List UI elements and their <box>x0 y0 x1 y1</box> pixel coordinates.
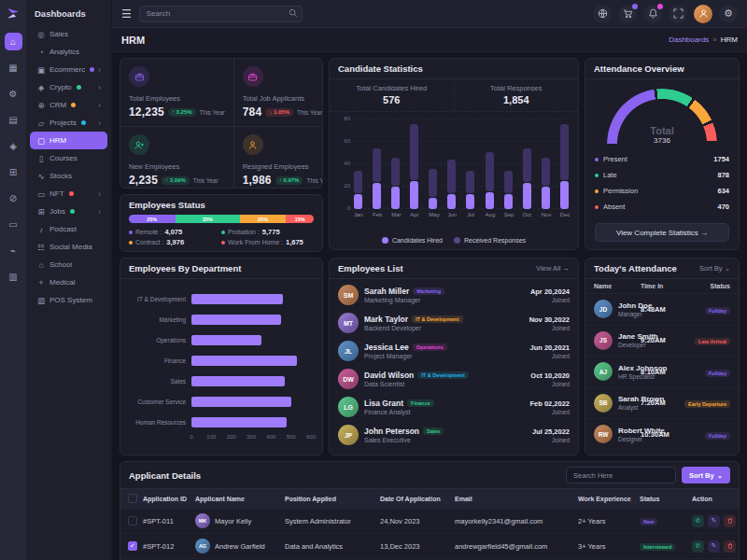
dept-bar[interactable] <box>191 417 287 427</box>
settings-gear-icon[interactable]: ⚙ <box>5 85 22 103</box>
search-input[interactable] <box>139 6 303 22</box>
sidebar-item-label: Stocks <box>49 172 72 180</box>
applicant-table-header: Application ID Applicant Name Position A… <box>120 489 739 508</box>
sidebar-item-courses[interactable]: ▯Courses <box>30 149 107 167</box>
dept-bar[interactable] <box>191 315 281 325</box>
home-icon[interactable]: ⌂ <box>5 33 22 50</box>
employee-list-item[interactable]: LGLisa GrantFinanceFinance AnalystFeb 02… <box>338 393 570 421</box>
bar-may[interactable] <box>429 119 437 209</box>
sidebar-item-nft[interactable]: ▭NFT› <box>30 185 107 203</box>
language-icon[interactable] <box>593 5 612 23</box>
employee-list-item[interactable]: MTMark TaylorIT & DevelopmentBackend Dev… <box>338 309 570 337</box>
sidebar-item-medical[interactable]: +Medical <box>30 273 107 291</box>
sidebar-item-ecommerce[interactable]: ▣Ecommerce› <box>30 61 107 78</box>
department-badge: Operations <box>413 343 447 351</box>
sidebar-item-sales[interactable]: ◎Sales <box>30 25 107 43</box>
bar-jan[interactable] <box>354 119 362 209</box>
employee-list-item[interactable]: DWDavid WilsonIT & DevelopmentData Scien… <box>338 365 570 393</box>
bar-sep[interactable] <box>504 119 513 209</box>
apps-icon[interactable]: ▦ <box>5 59 22 77</box>
cart-icon[interactable] <box>618 5 637 23</box>
sidebar-item-stocks[interactable]: ∿Stocks <box>30 167 107 185</box>
dept-bar[interactable] <box>191 356 297 366</box>
charts-icon[interactable]: ⌁ <box>5 242 22 259</box>
row-actions: ✆✎ <box>692 515 736 527</box>
utilities-icon[interactable]: ⊘ <box>5 189 22 207</box>
bar-nov[interactable] <box>542 119 550 209</box>
bar-oct[interactable] <box>523 119 531 209</box>
bar-jun[interactable] <box>447 119 456 209</box>
sidebar-item-podcast[interactable]: ♪Podcast <box>30 220 107 238</box>
sidebar-item-crm[interactable]: ⊕CRM› <box>30 96 107 114</box>
time-in: 8:10AM <box>641 368 676 376</box>
employee-list-item[interactable]: SMSarah MillerMarketingMarketing Manager… <box>338 281 570 309</box>
candidates-hired-bar <box>560 181 569 209</box>
employee-list-item[interactable]: JLJessica LeeOperationsProject ManagerJu… <box>338 337 570 365</box>
bar-mar[interactable] <box>391 119 400 209</box>
row-checkbox[interactable]: ✓ <box>128 541 137 551</box>
view-all-link[interactable]: View All → <box>536 264 570 273</box>
app-logo[interactable] <box>6 6 21 21</box>
sidebar-item-school[interactable]: ⌂School <box>30 256 107 273</box>
bar-jul[interactable] <box>466 119 474 209</box>
status-badge: Early Departure <box>684 400 730 408</box>
gauge-total-label: Total <box>607 125 717 136</box>
col-time-in: Time In <box>641 283 676 289</box>
tables-icon[interactable]: ▥ <box>5 268 22 286</box>
attendance-sort-by[interactable]: Sort By ⌄ <box>699 264 730 273</box>
dept-bar[interactable] <box>191 397 291 407</box>
chat-icon[interactable]: ▭ <box>5 216 22 233</box>
bar-aug[interactable] <box>486 119 494 209</box>
employee-name: David WilsonIT & Development <box>364 371 525 380</box>
sidebar-item-jobs[interactable]: ⊞Jobs› <box>30 203 107 220</box>
sidebar-item-projects[interactable]: ▱Projects› <box>30 114 107 132</box>
edit-icon[interactable]: ✎ <box>708 515 720 527</box>
status-cell: Fullday <box>676 304 730 315</box>
select-all-checkbox[interactable] <box>128 494 137 503</box>
employee-name: Sarah MillerMarketing <box>364 287 525 296</box>
breadcrumb: Dashboards » HRM <box>669 35 738 44</box>
joined-info: Jun 20,2021Joined <box>529 343 570 359</box>
stat-label: Total Employees <box>129 94 225 103</box>
y-tick-label: 80 <box>338 116 350 121</box>
candidate-statistics-title: Candidate Statistics <box>338 63 423 74</box>
delete-icon[interactable] <box>724 540 736 553</box>
components-icon[interactable]: ◈ <box>5 137 22 155</box>
sidebar-item-analytics[interactable]: ◔Analytics <box>30 43 107 61</box>
sidebar-item-hrm[interactable]: ▢HRM <box>30 132 107 149</box>
fullscreen-icon[interactable] <box>669 5 687 23</box>
x-tick-label: 600 <box>306 434 316 440</box>
edit-icon[interactable]: ✎ <box>708 540 720 553</box>
dept-bar[interactable] <box>191 294 283 304</box>
settings-icon[interactable]: ⚙ <box>719 5 738 23</box>
phone-icon[interactable]: ✆ <box>692 515 704 527</box>
sidebar-item-pos-system[interactable]: ▥POS System <box>30 291 107 309</box>
hamburger-icon[interactable]: ☰ <box>121 7 132 21</box>
y-tick-label: 20 <box>338 183 350 189</box>
bar-feb[interactable] <box>373 119 381 209</box>
applicant-search-input[interactable] <box>566 467 676 483</box>
breadcrumb-dashboards[interactable]: Dashboards <box>669 35 709 44</box>
avatar[interactable] <box>694 5 712 23</box>
dept-bar[interactable] <box>191 335 261 345</box>
name-text: John Peterson <box>364 427 419 436</box>
sidebar-item-crypto[interactable]: ◈Crypto› <box>30 78 107 96</box>
employee-info: John PetersonSalesSales Executive <box>364 427 527 443</box>
joined-date: Feb 02,2022 <box>529 399 570 408</box>
employee-list-item[interactable]: JPJohn PetersonSalesSales ExecutiveJul 2… <box>338 421 570 449</box>
store-icon[interactable]: ⊞ <box>5 163 22 181</box>
bar-apr[interactable] <box>410 119 418 209</box>
applicant-sort-by-button[interactable]: Sort By ⌄ <box>682 467 730 483</box>
notifications-icon[interactable] <box>643 5 662 23</box>
x-tick-label: May <box>429 212 437 217</box>
bar-dec[interactable] <box>560 119 569 209</box>
sidebar-title: Dashboards <box>26 5 111 25</box>
view-complete-statistics-button[interactable]: View Complete Statistics → <box>595 223 729 242</box>
sidebar-item-social-media[interactable]: ☷Social Media <box>30 238 107 256</box>
dept-bar[interactable] <box>191 376 285 386</box>
row-checkbox[interactable] <box>128 516 137 525</box>
x-tick-label: Oct <box>523 212 531 217</box>
delete-icon[interactable] <box>724 515 736 527</box>
pages-icon[interactable]: ▤ <box>5 111 22 129</box>
phone-icon[interactable]: ✆ <box>692 540 704 553</box>
